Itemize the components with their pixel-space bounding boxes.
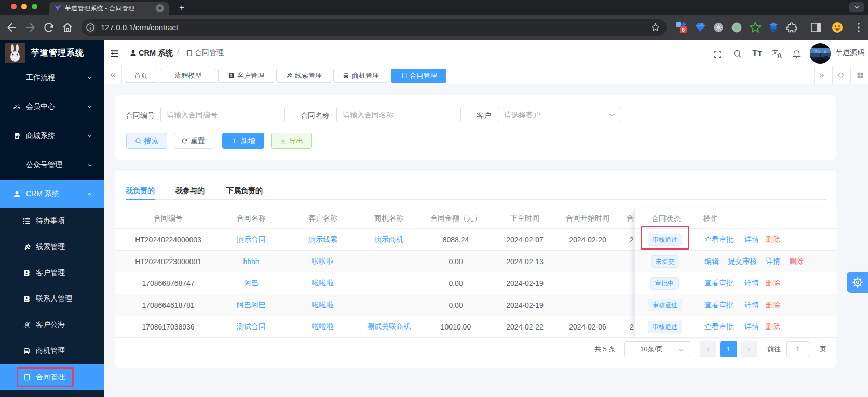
svg-text:文心一言: 文心一言: [815, 49, 827, 53]
svg-text:6: 6: [682, 26, 685, 33]
